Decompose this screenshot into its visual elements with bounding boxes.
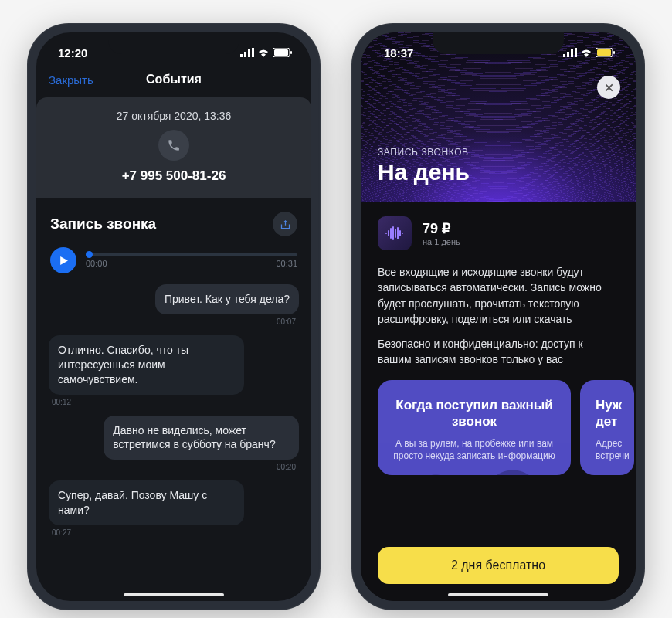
transcript-msg: Отлично. Спасибо, что ты интересуешься м…	[49, 335, 244, 406]
phone-icon	[167, 138, 181, 152]
svg-rect-1	[244, 52, 246, 57]
phone-mockup-right: 18:37 ЗАПИСЬ ЗВОНКОВ На день	[351, 23, 645, 610]
battery-icon	[596, 48, 616, 57]
cta-button[interactable]: 2 дня бесплатно	[378, 547, 619, 584]
content-area: Запись звонка 00:00 00:31	[36, 198, 311, 537]
transcript-msg: Супер, давай. Позову Машу с нами? 00:27	[49, 480, 244, 537]
product-body: 79 ₽ на 1 день Все входящие и исходящие …	[361, 202, 636, 601]
svg-rect-0	[240, 54, 243, 57]
transcript-msg: Привет. Как у тебя дела? 00:07	[155, 284, 299, 326]
hero: 18:37 ЗАПИСЬ ЗВОНКОВ На день	[361, 32, 636, 202]
screen-right: 18:37 ЗАПИСЬ ЗВОНКОВ На день	[361, 32, 636, 601]
transcript: Привет. Как у тебя дела? 00:07 Отлично. …	[49, 277, 299, 537]
wifi-icon	[257, 48, 270, 57]
waveform-icon	[385, 226, 405, 241]
home-indicator[interactable]	[448, 593, 548, 596]
time-current: 00:00	[86, 259, 107, 268]
status-icons	[563, 48, 616, 57]
play-icon	[59, 256, 69, 266]
price-period: на 1 день	[423, 237, 460, 246]
msg-time: 00:12	[49, 398, 244, 406]
close-button[interactable]: Закрыть	[49, 73, 93, 87]
feature-illustration	[378, 444, 571, 475]
msg-time: 00:07	[155, 317, 299, 326]
progress-track[interactable]: 00:00 00:31	[86, 253, 297, 268]
call-date: 27 октября 2020, 13:36	[36, 110, 311, 122]
description-1: Все входящие и исходящие звонки будут за…	[378, 264, 619, 327]
track-thumb[interactable]	[86, 251, 93, 258]
close-button[interactable]	[597, 76, 620, 99]
price-block: 79 ₽ на 1 день	[423, 220, 460, 246]
svg-rect-10	[575, 48, 577, 57]
close-icon	[605, 83, 613, 92]
track-line	[86, 253, 297, 256]
play-button[interactable]	[50, 247, 76, 273]
audio-player: 00:00 00:31	[49, 247, 299, 277]
share-button[interactable]	[273, 212, 297, 236]
home-indicator[interactable]	[124, 593, 224, 596]
nav-title: События	[146, 73, 202, 87]
hero-title: На день	[378, 159, 470, 185]
signal-icon	[240, 48, 254, 57]
svg-rect-3	[252, 48, 254, 57]
feature-card-1: Когда поступил важный звонок А вы за рул…	[378, 380, 571, 475]
svg-rect-8	[567, 52, 569, 57]
screen-left: 12:20 Закрыть События 27 октября 2020, 1…	[36, 32, 311, 601]
msg-time: 00:27	[49, 528, 244, 537]
hero-eyebrow: ЗАПИСЬ ЗВОНКОВ	[378, 147, 470, 158]
phone-mockup-left: 12:20 Закрыть События 27 октября 2020, 1…	[27, 23, 321, 610]
share-icon	[280, 219, 291, 230]
signal-icon	[563, 48, 577, 57]
section-header: Запись звонка	[49, 198, 299, 247]
svg-rect-12	[597, 49, 611, 56]
svg-rect-2	[248, 49, 250, 57]
nav-bar: Закрыть События	[36, 63, 311, 97]
feature-subtitle: Адрес встречи	[596, 437, 619, 462]
notch	[433, 32, 564, 54]
description-2: Безопасно и конфиденциально: доступ к ва…	[378, 336, 619, 368]
status-time: 18:37	[384, 46, 413, 59]
price-amount: 79 ₽	[423, 220, 460, 237]
svg-rect-9	[571, 49, 573, 57]
track-times: 00:00 00:31	[86, 259, 297, 268]
svg-rect-5	[274, 49, 288, 56]
svg-rect-13	[613, 51, 615, 54]
feature-title: Когда поступил важный звонок	[393, 397, 555, 430]
msg-text: Отлично. Спасибо, что ты интересуешься м…	[49, 335, 244, 395]
section-title: Запись звонка	[50, 216, 156, 233]
status-time: 12:20	[58, 46, 87, 59]
svg-rect-6	[290, 51, 292, 54]
feature-card-2: Нуж дет Адрес встречи	[580, 380, 634, 475]
callback-button[interactable]	[158, 130, 189, 161]
wifi-icon	[580, 48, 592, 57]
svg-rect-7	[563, 54, 565, 57]
feature-cards[interactable]: Когда поступил важный звонок А вы за рул…	[378, 380, 619, 475]
transcript-msg: Давно не виделись, может встретимся в су…	[104, 416, 299, 472]
feature-title: Нуж дет	[596, 397, 619, 430]
product-icon	[378, 216, 412, 250]
price-row: 79 ₽ на 1 день	[378, 216, 619, 250]
notch	[108, 32, 239, 54]
hero-text: ЗАПИСЬ ЗВОНКОВ На день	[378, 147, 470, 185]
phone-number: +7 995 500-81-26	[36, 168, 311, 184]
time-duration: 00:31	[276, 259, 297, 268]
status-icons	[240, 48, 293, 57]
msg-time: 00:20	[104, 463, 299, 471]
msg-text: Давно не виделись, может встретимся в су…	[104, 416, 299, 460]
msg-text: Супер, давай. Позову Машу с нами?	[49, 480, 244, 525]
battery-icon	[273, 48, 293, 57]
call-header-card: 27 октября 2020, 13:36 +7 995 500-81-26	[36, 97, 311, 198]
msg-text: Привет. Как у тебя дела?	[155, 284, 299, 314]
